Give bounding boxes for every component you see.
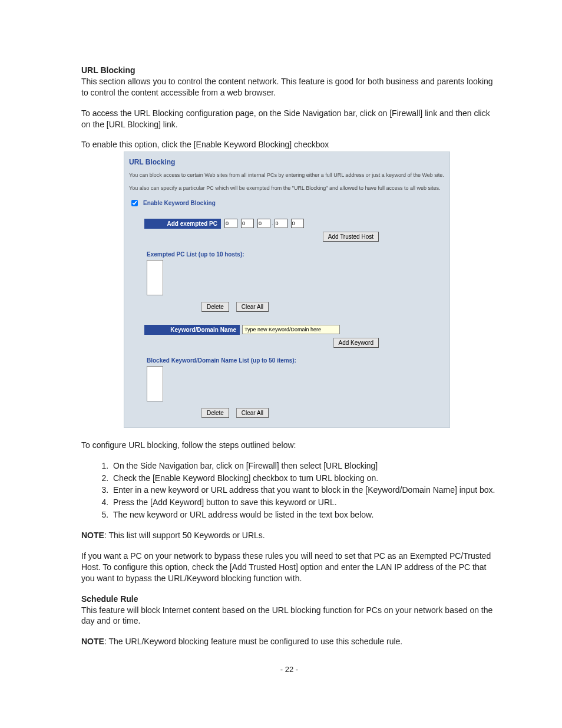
paragraph: This section allows you to control the c… xyxy=(81,76,497,98)
enable-keyword-blocking-label: Enable Keyword Blocking xyxy=(143,200,216,206)
blocked-list-label: Blocked Keyword/Domain Name List (up to … xyxy=(147,357,446,364)
note-label: NOTE xyxy=(81,531,104,540)
list-item: Check the [Enable Keyword Blocking] chec… xyxy=(111,473,497,484)
list-item: The new keyword or URL address would be … xyxy=(111,509,497,521)
add-trusted-host-button[interactable]: Add Trusted Host xyxy=(323,232,379,242)
keyword-domain-input[interactable] xyxy=(242,325,340,334)
ip-octet-input[interactable] xyxy=(241,219,254,228)
paragraph: This feature will block Internet content… xyxy=(81,605,497,627)
paragraph: To enable this option, click the [Enable… xyxy=(81,139,497,150)
delete-button[interactable]: Delete xyxy=(201,302,229,312)
list-item: Press the [Add Keyword] button to save t… xyxy=(111,497,497,508)
ip-octet-input[interactable] xyxy=(275,219,287,228)
paragraph: To configure URL blocking, follow the st… xyxy=(81,440,497,451)
dot-separator: . xyxy=(272,220,273,226)
note-text: : The URL/Keyword blocking feature must … xyxy=(104,637,402,646)
panel-intro-text: You also can specify a particular PC whi… xyxy=(129,185,446,192)
clear-all-button[interactable]: Clear All xyxy=(236,408,269,418)
note-paragraph: NOTE: The URL/Keyword blocking feature m… xyxy=(81,636,497,647)
ip-octet-input[interactable] xyxy=(291,219,304,228)
note-text: : This list will support 50 Keywords or … xyxy=(104,531,265,540)
add-exempted-pc-header: Add exempted PC xyxy=(144,219,221,229)
blocked-keyword-listbox[interactable] xyxy=(147,366,163,401)
exempted-pc-listbox[interactable] xyxy=(147,260,163,295)
section-heading-url-blocking: URL Blocking xyxy=(81,65,135,75)
note-paragraph: NOTE: This list will support 50 Keywords… xyxy=(81,530,497,541)
ip-octet-input[interactable] xyxy=(257,219,270,228)
delete-button[interactable]: Delete xyxy=(201,408,229,418)
paragraph: To access the URL Blocking configuration… xyxy=(81,108,497,130)
panel-intro-text: You can block access to certain Web site… xyxy=(129,172,446,179)
section-heading-schedule-rule: Schedule Rule xyxy=(81,594,138,604)
page-number: - 22 - xyxy=(81,665,497,674)
exempted-list-label: Exempted PC List (up to 10 hosts): xyxy=(147,251,446,258)
add-keyword-button[interactable]: Add Keyword xyxy=(333,338,379,348)
ip-input-group: . xyxy=(224,219,308,229)
list-item: Enter in a new keyword or URL address th… xyxy=(111,485,497,496)
paragraph: If you want a PC on your network to bypa… xyxy=(81,551,497,584)
panel-title: URL Blocking xyxy=(129,158,446,166)
note-label: NOTE xyxy=(81,637,104,646)
steps-list: On the Side Navigation bar, click on [Fi… xyxy=(111,460,497,521)
clear-all-button[interactable]: Clear All xyxy=(236,302,269,312)
document-page: URL Blocking This section allows you to … xyxy=(0,0,562,697)
list-item: On the Side Navigation bar, click on [Fi… xyxy=(111,460,497,472)
ip-octet-input[interactable] xyxy=(224,219,237,228)
enable-keyword-blocking-checkbox[interactable] xyxy=(131,200,138,206)
router-admin-panel: URL Blocking You can block access to cer… xyxy=(124,151,450,427)
keyword-domain-header: Keyword/Domain Name xyxy=(144,325,240,335)
